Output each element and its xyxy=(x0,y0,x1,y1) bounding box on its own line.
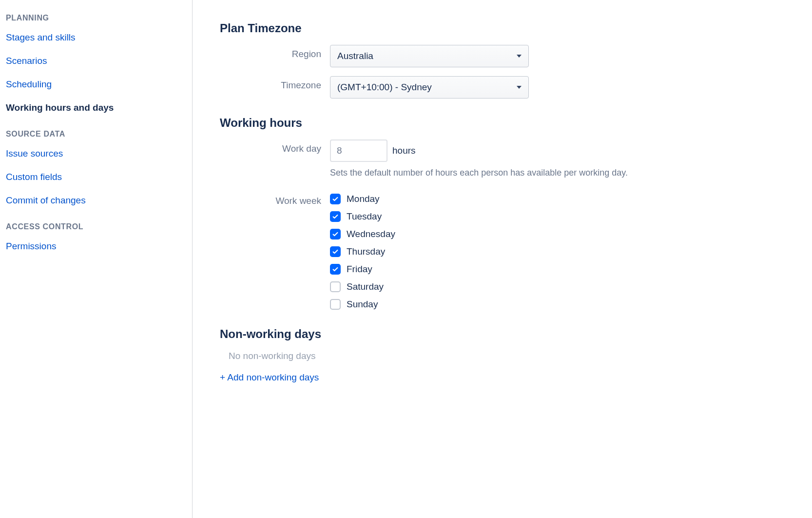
workweek-row-thursday: Thursday xyxy=(330,246,793,257)
work-day-help-text: Sets the default number of hours each pe… xyxy=(330,168,793,178)
workweek-label-wednesday: Wednesday xyxy=(347,229,395,239)
sidebar-item-issue-sources[interactable]: Issue sources xyxy=(6,145,186,162)
timezone-select[interactable]: (GMT+10:00) - Sydney xyxy=(330,76,529,99)
working-hours-title: Working hours xyxy=(220,116,793,130)
workweek-label-sunday: Sunday xyxy=(347,299,378,310)
non-working-days-section: Non-working days No non-working days + A… xyxy=(220,327,793,383)
work-week-label: Work week xyxy=(220,192,330,206)
workweek-label-saturday: Saturday xyxy=(347,281,384,292)
workweek-label-monday: Monday xyxy=(347,194,380,204)
region-select-value: Australia xyxy=(337,51,373,61)
main-content: Plan Timezone Region Australia Timezone … xyxy=(193,0,812,518)
check-icon xyxy=(332,248,339,255)
region-select[interactable]: Australia xyxy=(330,45,529,67)
workweek-checkbox-wednesday[interactable] xyxy=(330,229,341,239)
workweek-checkbox-sunday[interactable] xyxy=(330,299,341,310)
sidebar-item-working-hours-and-days[interactable]: Working hours and days xyxy=(6,100,186,116)
workweek-label-friday: Friday xyxy=(347,264,372,275)
workweek-row-tuesday: Tuesday xyxy=(330,211,793,222)
sidebar-item-custom-fields[interactable]: Custom fields xyxy=(6,169,186,185)
sidebar-section-header-planning: PLANNING xyxy=(6,14,186,22)
work-week-list: Monday Tuesday Wednesday Thursday xyxy=(330,192,793,310)
check-icon xyxy=(332,213,339,220)
plan-timezone-section: Plan Timezone Region Australia Timezone … xyxy=(220,21,793,99)
work-day-input[interactable] xyxy=(330,139,387,162)
workweek-checkbox-thursday[interactable] xyxy=(330,246,341,257)
workweek-label-tuesday: Tuesday xyxy=(347,211,382,222)
work-day-label: Work day xyxy=(220,139,330,154)
non-working-days-title: Non-working days xyxy=(220,327,793,341)
timezone-label: Timezone xyxy=(220,76,330,91)
plan-timezone-title: Plan Timezone xyxy=(220,21,793,35)
workweek-checkbox-friday[interactable] xyxy=(330,264,341,275)
workweek-row-wednesday: Wednesday xyxy=(330,229,793,239)
workweek-checkbox-monday[interactable] xyxy=(330,194,341,204)
workweek-row-sunday: Sunday xyxy=(330,299,793,310)
check-icon xyxy=(332,266,339,273)
workweek-checkbox-saturday[interactable] xyxy=(330,281,341,292)
sidebar-item-scheduling[interactable]: Scheduling xyxy=(6,76,186,93)
workweek-row-friday: Friday xyxy=(330,264,793,275)
sidebar-section-header-source-data: SOURCE DATA xyxy=(6,130,186,139)
check-icon xyxy=(332,196,339,202)
workweek-row-saturday: Saturday xyxy=(330,281,793,292)
work-day-suffix: hours xyxy=(392,145,416,156)
non-working-days-empty: No non-working days xyxy=(229,351,793,361)
sidebar-section-header-access-control: ACCESS CONTROL xyxy=(6,222,186,231)
sidebar-item-scenarios[interactable]: Scenarios xyxy=(6,53,186,69)
workweek-row-monday: Monday xyxy=(330,194,793,204)
timezone-select-value: (GMT+10:00) - Sydney xyxy=(337,82,432,93)
workweek-checkbox-tuesday[interactable] xyxy=(330,211,341,222)
add-non-working-days-link[interactable]: + Add non-working days xyxy=(220,372,319,383)
workweek-label-thursday: Thursday xyxy=(347,246,385,257)
sidebar: PLANNING Stages and skills Scenarios Sch… xyxy=(0,0,193,518)
region-label: Region xyxy=(220,45,330,60)
chevron-down-icon xyxy=(517,86,522,89)
check-icon xyxy=(332,231,339,238)
chevron-down-icon xyxy=(517,55,522,58)
sidebar-item-commit-of-changes[interactable]: Commit of changes xyxy=(6,192,186,209)
sidebar-item-stages-and-skills[interactable]: Stages and skills xyxy=(6,29,186,46)
working-hours-section: Working hours Work day hours Sets the de… xyxy=(220,116,793,310)
sidebar-item-permissions[interactable]: Permissions xyxy=(6,238,186,255)
